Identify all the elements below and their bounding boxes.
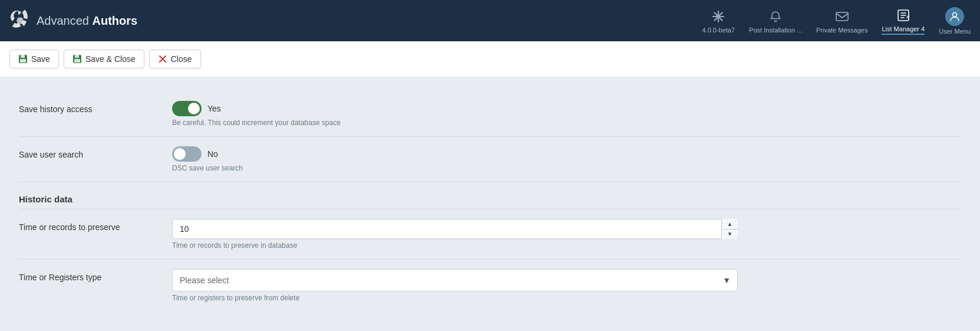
time-records-hint: Time or records to preserve in database	[172, 241, 961, 250]
svg-rect-9	[74, 59, 80, 63]
save-close-icon	[72, 54, 82, 64]
historic-data-title: Historic data	[19, 194, 172, 204]
save-close-button[interactable]: Save & Close	[64, 50, 144, 68]
close-icon	[158, 54, 167, 64]
time-registers-type-control: Please select ▼ Time or registers to pre…	[172, 269, 961, 302]
svg-point-0	[17, 17, 23, 24]
save-close-label: Save & Close	[85, 54, 136, 64]
navbar-messages[interactable]: Private Messages	[816, 8, 867, 34]
save-history-access-row: Save history access Yes Be careful. This…	[19, 91, 961, 137]
navbar-notifications[interactable]: Post Installation ...	[749, 8, 802, 34]
spinner-down-button[interactable]: ▼	[722, 230, 738, 240]
navbar-actions: 4.0.0-beta7 Post Installation ... Privat…	[702, 7, 971, 35]
save-user-search-hint: DSC save user search	[172, 164, 961, 172]
save-history-hint: Be careful. This could increment your da…	[172, 119, 961, 127]
historic-data-section: Historic data	[19, 182, 961, 209]
time-records-preserve-row: Time or records to preserve ▲ ▼ Time or …	[19, 209, 961, 260]
save-history-toggle[interactable]	[172, 101, 202, 116]
time-registers-select[interactable]: Please select	[172, 269, 738, 291]
save-user-search-control: No DSC save user search	[172, 146, 961, 172]
close-label: Close	[171, 54, 192, 64]
envelope-icon	[834, 8, 850, 25]
save-icon	[18, 54, 28, 64]
navbar-brand: Advanced Authors	[9, 10, 137, 31]
svg-point-3	[953, 12, 957, 17]
list-manager-icon	[895, 7, 912, 24]
list-manager-label: List Manager 4	[882, 25, 925, 32]
user-menu-label: User Menu	[939, 28, 971, 35]
notifications-label: Post Installation ...	[749, 27, 802, 34]
save-user-search-thumb	[174, 148, 186, 160]
main-content: Save history access Yes Be careful. This…	[0, 77, 980, 326]
joomla-version-label: 4.0.0-beta7	[702, 27, 735, 34]
navbar-user-menu[interactable]: User Menu	[939, 7, 971, 35]
save-user-search-toggle[interactable]	[172, 146, 202, 162]
svg-rect-1	[836, 12, 848, 21]
time-records-input-wrapper: ▲ ▼	[172, 219, 738, 239]
save-user-search-row: Save user search No DSC save user search	[19, 137, 961, 182]
close-button[interactable]: Close	[149, 50, 201, 68]
navbar-list-manager[interactable]: List Manager 4	[882, 7, 925, 35]
save-history-access-control: Yes Be careful. This could increment you…	[172, 101, 961, 127]
save-button[interactable]: Save	[9, 50, 59, 68]
time-registers-select-wrapper: Please select ▼	[172, 269, 738, 291]
time-records-preserve-label: Time or records to preserve	[19, 219, 172, 232]
svg-rect-5	[21, 55, 25, 58]
time-registers-hint: Time or registers to preserve from delet…	[172, 294, 961, 302]
joomla-asterisk-icon	[710, 8, 727, 25]
save-user-search-toggle-wrapper: No	[172, 146, 961, 162]
save-history-thumb	[188, 103, 200, 114]
svg-rect-6	[20, 59, 26, 63]
page-title: Advanced Authors	[37, 14, 137, 28]
save-user-search-track	[172, 146, 202, 162]
navbar: Advanced Authors 4.0.0-beta7 Post Instal…	[0, 0, 980, 41]
time-registers-type-row: Time or Registers type Please select ▼ T…	[19, 260, 961, 312]
time-registers-type-label: Time or Registers type	[19, 269, 172, 282]
time-records-input[interactable]	[172, 219, 738, 239]
save-history-toggle-wrapper: Yes	[172, 101, 961, 116]
user-avatar-icon	[945, 7, 964, 26]
spinner-up-button[interactable]: ▲	[722, 219, 738, 230]
bell-icon	[767, 8, 784, 25]
toolbar: Save Save & Close Close	[0, 41, 980, 77]
save-history-value-label: Yes	[207, 104, 221, 113]
save-history-track	[172, 101, 202, 116]
input-spinners: ▲ ▼	[721, 219, 738, 239]
messages-label: Private Messages	[816, 27, 867, 34]
time-records-preserve-control: ▲ ▼ Time or records to preserve in datab…	[172, 219, 961, 250]
svg-rect-8	[75, 55, 79, 58]
save-user-search-value-label: No	[207, 149, 218, 159]
navbar-joomla-icon[interactable]: 4.0.0-beta7	[702, 8, 735, 34]
save-label: Save	[31, 54, 50, 64]
save-user-search-label: Save user search	[19, 146, 172, 159]
joomla-logo-icon	[9, 10, 31, 31]
save-history-access-label: Save history access	[19, 101, 172, 114]
